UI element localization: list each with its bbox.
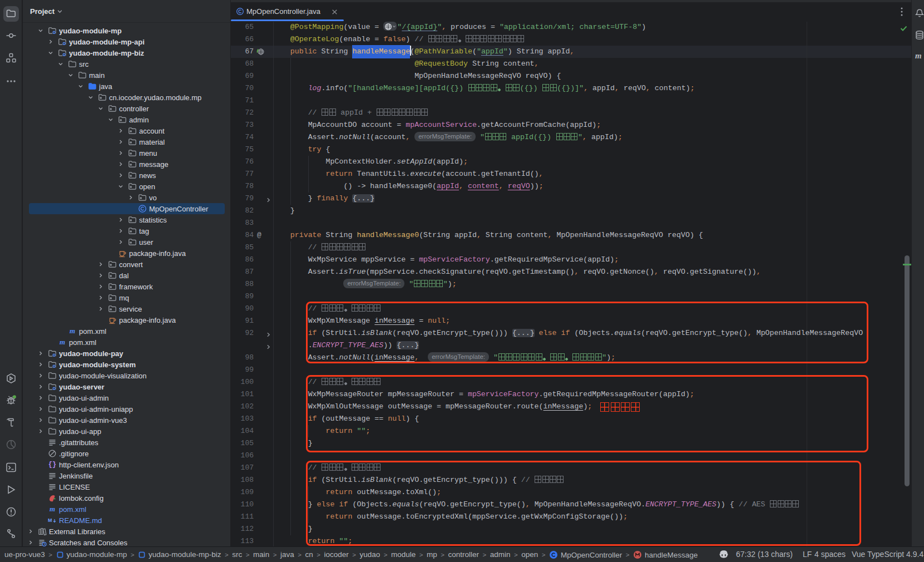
svg-text:M: M: [48, 517, 52, 523]
